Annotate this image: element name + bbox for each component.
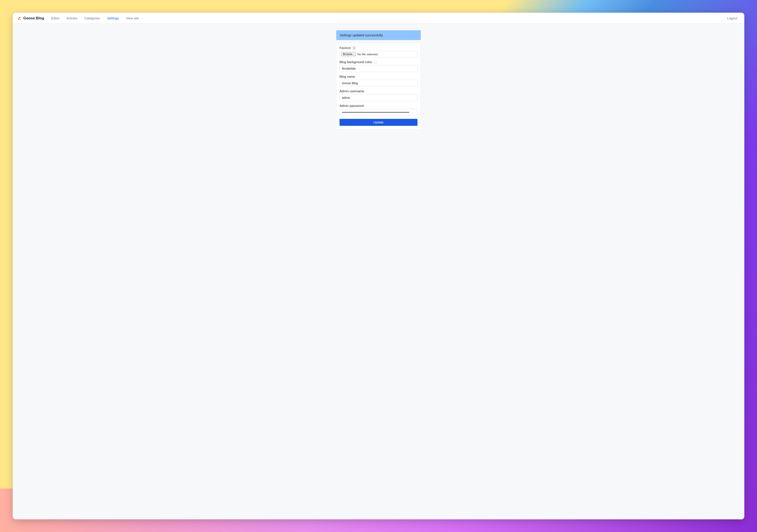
svg-point-0 xyxy=(20,19,21,20)
nav-settings[interactable]: Settings xyxy=(105,15,121,21)
bgcolor-group: Blog background color xyxy=(340,60,417,72)
bgcolor-input[interactable] xyxy=(340,65,417,72)
color-swatch-icon xyxy=(374,60,377,64)
nav-categories[interactable]: Categories xyxy=(82,15,103,21)
username-group: Admin username xyxy=(340,89,417,101)
success-alert: Settings updated successfully. xyxy=(336,30,421,40)
password-label: Admin password xyxy=(340,104,417,107)
goose-logo-icon xyxy=(17,16,21,20)
brand[interactable]: Goose Blog xyxy=(17,16,44,20)
bgcolor-label: Blog background color xyxy=(340,60,417,64)
username-input[interactable] xyxy=(340,94,417,101)
nav-editor[interactable]: Editor xyxy=(48,15,62,21)
app-window: Goose Blog Editor Articles Categories Se… xyxy=(13,13,744,519)
favicon-file-input[interactable]: Browse... No file selected. xyxy=(340,51,417,57)
password-label-text: Admin password xyxy=(340,104,364,107)
favicon-group: Favicon G Browse... No file selected. xyxy=(340,46,417,57)
alert-message: Settings updated successfully. xyxy=(340,33,383,37)
center-column: Settings updated successfully. Favicon G… xyxy=(336,30,421,129)
brand-name: Goose Blog xyxy=(23,16,44,20)
content-area: Settings updated successfully. Favicon G… xyxy=(13,24,744,519)
nav-articles[interactable]: Articles xyxy=(64,15,80,21)
bgcolor-label-text: Blog background color xyxy=(340,60,372,64)
favicon-label-text: Favicon xyxy=(340,46,351,50)
update-button[interactable]: Update xyxy=(340,119,417,126)
blogname-label-text: Blog name xyxy=(340,75,355,78)
username-label: Admin username xyxy=(340,89,417,93)
blogname-group: Blog name xyxy=(340,75,417,87)
browse-button[interactable]: Browse... xyxy=(341,52,356,56)
favicon-label: Favicon G xyxy=(340,46,417,50)
username-label-text: Admin username xyxy=(340,89,364,93)
file-status-text: No file selected. xyxy=(357,53,378,56)
nav-view-site[interactable]: View site xyxy=(123,15,142,21)
blogname-label: Blog name xyxy=(340,75,417,78)
nav-logout[interactable]: Logout xyxy=(725,15,740,21)
settings-card: Favicon G Browse... No file selected. Bl… xyxy=(336,43,421,129)
navbar: Goose Blog Editor Articles Categories Se… xyxy=(13,13,744,24)
blogname-input[interactable] xyxy=(340,80,417,87)
password-input[interactable] xyxy=(340,109,417,116)
password-group: Admin password xyxy=(340,104,417,116)
favicon-preview-icon: G xyxy=(353,46,356,49)
